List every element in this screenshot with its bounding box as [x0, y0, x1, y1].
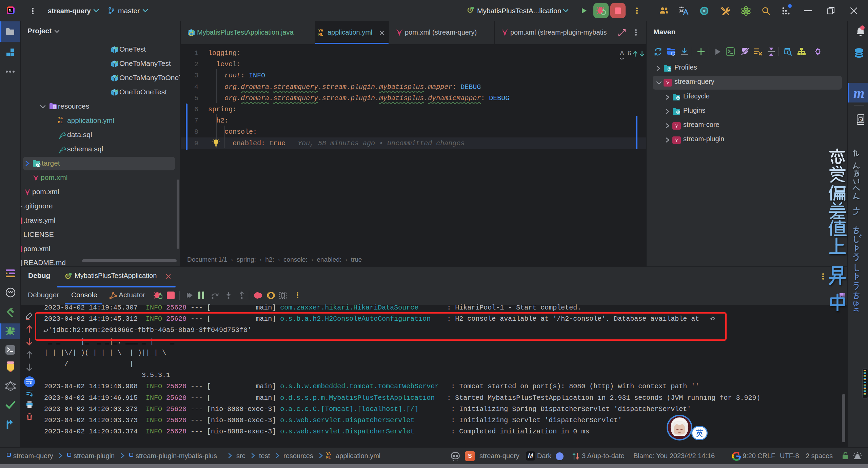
svg-text:A: A: [860, 118, 862, 121]
